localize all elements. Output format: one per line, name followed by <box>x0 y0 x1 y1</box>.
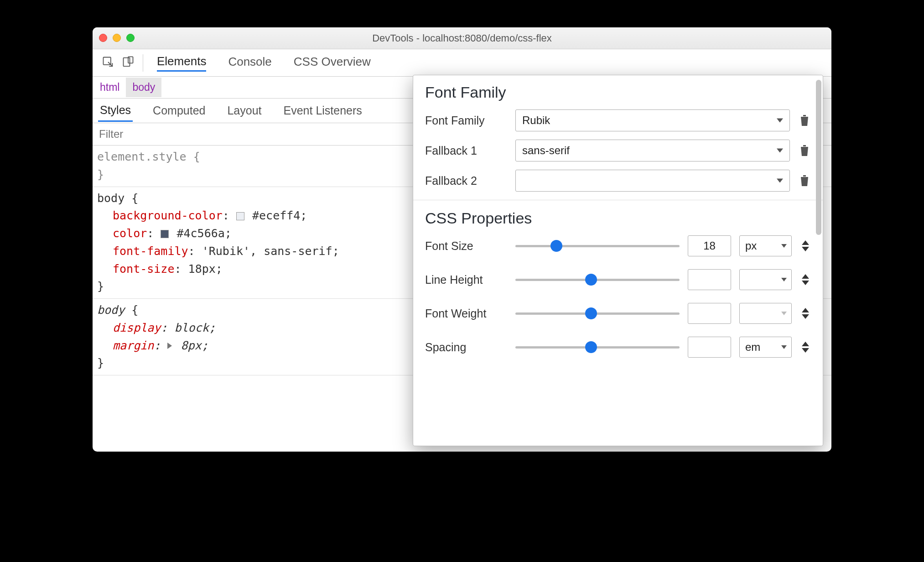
line-height-stepper[interactable] <box>800 274 811 285</box>
font-size-unit-select[interactable]: px <box>739 235 792 256</box>
subtab-styles[interactable]: Styles <box>98 100 133 122</box>
stepper-up-icon[interactable] <box>802 342 809 346</box>
toggle-device-toolbar-icon[interactable] <box>122 56 135 70</box>
titlebar: DevTools - localhost:8080/demo/css-flex <box>93 27 831 49</box>
line-height-label: Line Height <box>425 273 507 286</box>
spacing-slider[interactable] <box>515 342 680 353</box>
font-editor-panel: Font Family Font Family Rubik Fallback 1… <box>413 75 823 446</box>
font-weight-row: Font Weight <box>425 303 811 324</box>
divider <box>413 200 823 200</box>
chevron-down-icon <box>781 345 787 349</box>
font-family-heading: Font Family <box>425 83 811 101</box>
font-weight-label: Font Weight <box>425 307 507 320</box>
inspect-element-icon[interactable] <box>102 56 114 70</box>
chevron-down-icon <box>781 278 787 281</box>
spacing-value-input[interactable] <box>688 337 731 358</box>
subtab-event-listeners[interactable]: Event Listeners <box>282 100 364 121</box>
tab-elements[interactable]: Elements <box>157 54 206 72</box>
breadcrumb-body[interactable]: body <box>126 78 161 97</box>
color-swatch-icon[interactable] <box>161 230 169 238</box>
stepper-up-icon[interactable] <box>802 240 809 245</box>
font-size-label: Font Size <box>425 239 507 253</box>
stepper-up-icon[interactable] <box>802 274 809 279</box>
expand-shorthand-icon[interactable] <box>167 343 172 349</box>
main-toolbar: Elements Console CSS Overview <box>93 49 831 77</box>
delete-fallback-1-button[interactable] <box>798 144 811 157</box>
font-family-select[interactable]: Rubik <box>515 109 790 131</box>
font-family-row: Font Family Rubik <box>425 109 811 131</box>
delete-fallback-2-button[interactable] <box>798 174 811 187</box>
devtools-window: DevTools - localhost:8080/demo/css-flex … <box>93 27 831 452</box>
stepper-down-icon[interactable] <box>802 247 809 251</box>
tab-console[interactable]: Console <box>228 55 271 71</box>
line-height-row: Line Height <box>425 269 811 290</box>
stepper-down-icon[interactable] <box>802 314 809 319</box>
chevron-down-icon <box>781 312 787 315</box>
spacing-unit-select[interactable]: em <box>739 337 792 358</box>
selector: body <box>97 192 125 205</box>
window-close-button[interactable] <box>99 34 107 42</box>
subtab-layout[interactable]: Layout <box>225 100 263 121</box>
window-minimize-button[interactable] <box>113 34 121 42</box>
stepper-up-icon[interactable] <box>802 308 809 312</box>
css-properties-heading: CSS Properties <box>425 209 811 227</box>
font-weight-slider[interactable] <box>515 308 680 319</box>
breadcrumb-html[interactable]: html <box>93 78 126 97</box>
color-swatch-icon[interactable] <box>236 212 244 220</box>
fallback-2-row: Fallback 2 <box>425 170 811 192</box>
fallback-1-row: Fallback 1 sans-serif <box>425 140 811 161</box>
chevron-down-icon <box>777 119 783 123</box>
window-zoom-button[interactable] <box>126 34 135 42</box>
fallback-1-label: Fallback 1 <box>425 144 507 157</box>
font-family-label: Font Family <box>425 114 507 127</box>
line-height-slider[interactable] <box>515 274 680 285</box>
spacing-stepper[interactable] <box>800 342 811 353</box>
line-height-value-input[interactable] <box>688 269 731 290</box>
chevron-down-icon <box>781 244 787 248</box>
font-size-value-input[interactable]: 18 <box>688 235 731 256</box>
subtab-computed[interactable]: Computed <box>151 100 207 121</box>
fallback-2-label: Fallback 2 <box>425 174 507 187</box>
traffic-lights <box>99 34 135 42</box>
fallback-2-select[interactable] <box>515 170 790 192</box>
selector: element.style <box>97 150 187 163</box>
spacing-row: Spacing em <box>425 337 811 358</box>
font-size-stepper[interactable] <box>800 240 811 251</box>
font-weight-unit-select[interactable] <box>739 303 792 324</box>
line-height-unit-select[interactable] <box>739 269 792 290</box>
tab-css-overview[interactable]: CSS Overview <box>294 55 371 71</box>
stepper-down-icon[interactable] <box>802 348 809 353</box>
svg-rect-1 <box>124 57 130 66</box>
font-weight-stepper[interactable] <box>800 308 811 319</box>
selector: body <box>97 303 125 317</box>
font-size-slider[interactable] <box>515 240 680 251</box>
fallback-1-select[interactable]: sans-serif <box>515 140 790 161</box>
chevron-down-icon <box>777 179 783 183</box>
spacing-label: Spacing <box>425 341 507 354</box>
font-size-row: Font Size 18 px <box>425 235 811 256</box>
font-weight-value-input[interactable] <box>688 303 731 324</box>
delete-font-family-button[interactable] <box>798 114 811 127</box>
stepper-down-icon[interactable] <box>802 281 809 285</box>
window-title: DevTools - localhost:8080/demo/css-flex <box>93 32 831 44</box>
chevron-down-icon <box>777 149 783 153</box>
